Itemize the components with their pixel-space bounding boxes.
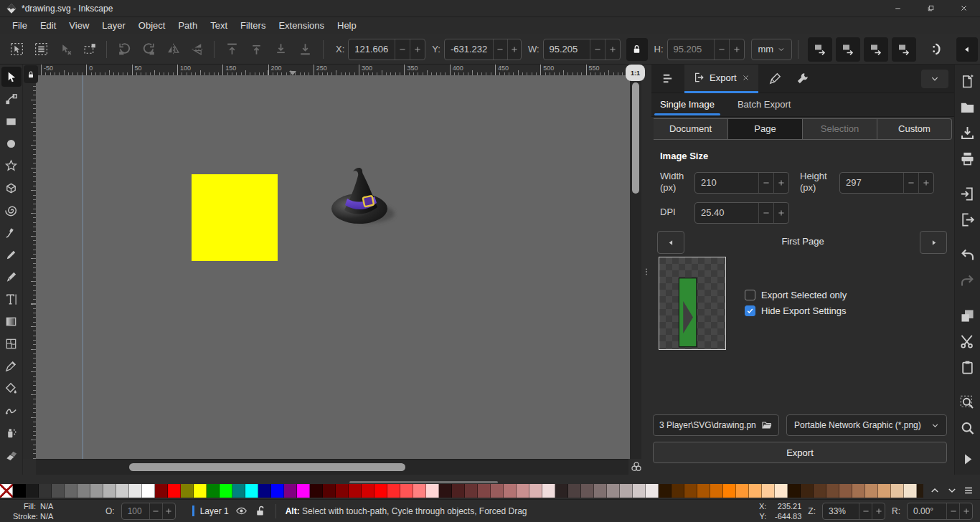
export-width-input[interactable]: 210: [694, 172, 789, 194]
menu-item-layer[interactable]: Layer: [95, 17, 132, 34]
node-tool[interactable]: [1, 89, 22, 109]
color-swatch[interactable]: [77, 484, 90, 498]
decrement-icon[interactable]: [903, 173, 918, 193]
color-swatch[interactable]: [749, 484, 762, 498]
export-tab[interactable]: Export: [684, 65, 758, 93]
decrement-icon[interactable]: [946, 503, 959, 519]
close-tab-icon[interactable]: [742, 74, 750, 82]
minimize-button[interactable]: [881, 0, 914, 17]
mesh-tool[interactable]: [1, 333, 22, 353]
color-swatch[interactable]: [555, 484, 568, 498]
witch-hat-object[interactable]: [326, 166, 398, 233]
color-swatch[interactable]: [491, 484, 504, 498]
close-button[interactable]: [947, 0, 980, 17]
selector-tool[interactable]: [1, 67, 22, 87]
color-swatch[interactable]: [194, 484, 207, 498]
color-swatch[interactable]: [297, 484, 310, 498]
color-swatch[interactable]: [904, 484, 917, 498]
w-input[interactable]: 95.205: [543, 39, 621, 60]
menu-item-edit[interactable]: Edit: [34, 17, 62, 34]
color-swatch[interactable]: [362, 484, 374, 498]
cut-button[interactable]: [959, 333, 976, 350]
menu-item-object[interactable]: Object: [132, 17, 172, 34]
export-format-dropdown[interactable]: Portable Network Graphic (*.png): [786, 414, 947, 436]
zoom-selection-button[interactable]: [959, 394, 976, 411]
layer-visibility-icon[interactable]: [235, 505, 248, 517]
increment-icon[interactable]: [773, 173, 788, 193]
color-swatch[interactable]: [465, 484, 478, 498]
color-swatch[interactable]: [284, 484, 297, 498]
color-swatch[interactable]: [788, 484, 801, 498]
transform-pattern-toggle[interactable]: [892, 37, 916, 62]
restore-button[interactable]: [914, 0, 947, 17]
color-swatch[interactable]: [633, 484, 646, 498]
color-swatch[interactable]: [245, 484, 258, 498]
color-swatch[interactable]: [801, 484, 814, 498]
color-swatch[interactable]: [181, 484, 194, 498]
color-swatch[interactable]: [723, 484, 736, 498]
export-dialog-button[interactable]: [959, 212, 976, 228]
select-all-button[interactable]: [4, 37, 29, 62]
text-tool[interactable]: [1, 289, 22, 309]
color-swatch[interactable]: [374, 484, 387, 498]
menu-item-text[interactable]: Text: [204, 17, 234, 34]
color-swatch[interactable]: [452, 484, 465, 498]
tab-single-image[interactable]: Single Image: [659, 93, 716, 116]
new-document-button[interactable]: [959, 73, 976, 90]
palette-scroll-down-icon[interactable]: [947, 485, 957, 495]
increment-icon[interactable]: [605, 39, 620, 60]
increment-icon[interactable]: [872, 503, 885, 519]
color-swatch[interactable]: [271, 484, 284, 498]
color-swatch[interactable]: [852, 484, 865, 498]
color-swatch[interactable]: [349, 484, 362, 498]
increment-icon[interactable]: [410, 39, 425, 60]
vertical-scrollbar[interactable]: [630, 75, 641, 459]
flip-horizontal-button[interactable]: [161, 37, 185, 62]
scope-selection-button[interactable]: Selection: [803, 118, 877, 140]
ellipse-tool[interactable]: [1, 133, 22, 153]
menu-item-help[interactable]: Help: [331, 17, 363, 34]
duplicate-button[interactable]: [959, 308, 976, 324]
increment-icon[interactable]: [773, 203, 788, 223]
canvas[interactable]: [36, 75, 630, 459]
increment-icon[interactable]: [162, 503, 175, 519]
expand-commands-button[interactable]: [959, 451, 976, 468]
zoom-drawing-button[interactable]: [959, 420, 976, 437]
redo-button[interactable]: [959, 272, 976, 289]
color-swatch[interactable]: [504, 484, 517, 498]
yellow-square-object[interactable]: [192, 174, 278, 261]
h-input[interactable]: 95.205: [667, 39, 745, 60]
menu-item-view[interactable]: View: [62, 17, 95, 34]
export-filename-button[interactable]: 3 Player\SVG\drawing.png: [653, 414, 779, 436]
undo-button[interactable]: [959, 247, 976, 263]
rotation-input[interactable]: 0.00°: [907, 503, 973, 520]
menu-item-path[interactable]: Path: [171, 17, 204, 34]
calligraphy-tool[interactable]: [1, 267, 22, 287]
color-swatch[interactable]: [710, 484, 723, 498]
export-selected-only-checkbox[interactable]: [745, 290, 755, 300]
color-swatch[interactable]: [762, 484, 775, 498]
objects-panel-tab[interactable]: [657, 69, 677, 89]
fill-stroke-panel-tab[interactable]: [765, 69, 786, 89]
palette-menu-icon[interactable]: [963, 485, 974, 495]
color-swatch[interactable]: [13, 484, 26, 498]
save-document-button[interactable]: [959, 125, 976, 141]
star-tool[interactable]: [1, 156, 22, 176]
pen-tool[interactable]: [1, 222, 22, 242]
scope-page-button[interactable]: Page: [728, 118, 803, 140]
horizontal-scrollbar-thumb[interactable]: [129, 463, 405, 471]
color-swatch[interactable]: [839, 484, 852, 498]
fill-stroke-indicator[interactable]: Fill: N/A Stroke: N/A: [13, 501, 73, 521]
preferences-panel-tab[interactable]: [793, 69, 813, 89]
color-swatch[interactable]: [542, 484, 555, 498]
color-swatch[interactable]: [387, 484, 400, 498]
transform-corners-toggle[interactable]: [836, 37, 860, 62]
spiral-tool[interactable]: [1, 200, 22, 220]
color-swatch[interactable]: [155, 484, 168, 498]
zoom-input[interactable]: 33%: [822, 503, 885, 520]
color-swatch[interactable]: [529, 484, 542, 498]
color-swatch[interactable]: [891, 484, 904, 498]
hide-export-settings-checkbox[interactable]: [745, 305, 755, 316]
color-swatch[interactable]: [129, 484, 142, 498]
color-swatch[interactable]: [568, 484, 581, 498]
